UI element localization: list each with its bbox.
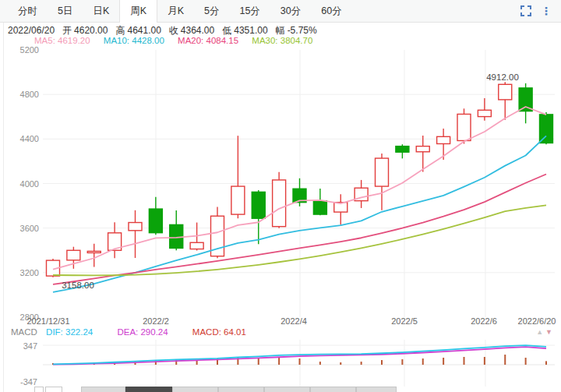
- close-value: 4364.00: [181, 25, 214, 36]
- fullscreen-icon[interactable]: [520, 5, 531, 16]
- svg-text:2022/6: 2022/6: [471, 316, 497, 326]
- high-value: 4641.00: [127, 25, 161, 36]
- svg-text:4912.00: 4912.00: [486, 72, 519, 82]
- macd-indicator-title[interactable]: MACD: [11, 327, 37, 337]
- scrollbar-segment[interactable]: [264, 387, 310, 392]
- ma30-value: 3804.70: [280, 36, 313, 45]
- tab-15min[interactable]: 15分: [229, 0, 270, 22]
- ma10-label: MA10:: [104, 36, 129, 45]
- svg-text:4000: 4000: [20, 179, 39, 189]
- scrollbar-segment[interactable]: [172, 387, 218, 392]
- tab-timeline[interactable]: 分时: [8, 0, 48, 22]
- tab-60min[interactable]: 60分: [311, 0, 351, 22]
- scrollbar-segment[interactable]: [34, 387, 44, 392]
- change-label: 幅: [276, 25, 285, 36]
- tab-monthly-k[interactable]: 月K: [157, 0, 194, 22]
- low-label: 低: [222, 25, 231, 36]
- ma10-value: 4428.00: [132, 36, 164, 45]
- period-tab-bar: 分时 5日 日K 周K 月K 5分 15分 30分 60分 ⋮: [0, 0, 561, 23]
- svg-text:3158.00: 3158.00: [62, 281, 94, 290]
- chart-app-window: 分时 5日 日K 周K 月K 5分 15分 30分 60分 ⋮ 2022/06/…: [0, 0, 561, 392]
- scrollbar-segment[interactable]: [310, 387, 356, 392]
- dif-label: DIF:: [46, 327, 63, 337]
- macd-chart[interactable]: 347-347: [0, 340, 561, 388]
- tab-30min[interactable]: 30分: [270, 0, 311, 22]
- svg-text:5200: 5200: [20, 45, 39, 55]
- svg-text:2022/2: 2022/2: [143, 316, 169, 326]
- svg-text:3600: 3600: [20, 224, 39, 233]
- scrollbar-segment[interactable]: [356, 387, 397, 392]
- ma5-label: MA5:: [34, 36, 55, 45]
- open-value: 4620.00: [74, 25, 108, 36]
- svg-text:4400: 4400: [20, 134, 39, 143]
- indicator-up-arrow-icon[interactable]: ▲: [536, 328, 545, 336]
- change-value: -5.75%: [288, 25, 317, 36]
- ma5-value: 4619.20: [58, 36, 90, 45]
- bottom-scrollbar: [0, 387, 561, 392]
- indicator-down-arrow-icon[interactable]: ▼: [545, 328, 555, 336]
- macd-value: 64.01: [224, 327, 246, 337]
- low-value: 4351.00: [234, 25, 267, 36]
- scrollbar-segment[interactable]: [45, 387, 62, 392]
- tab-5min[interactable]: 5分: [194, 0, 229, 22]
- ma20-label: MA20:: [178, 36, 203, 45]
- ma20-value: 4084.15: [206, 36, 239, 45]
- tab-daily-k[interactable]: 日K: [83, 0, 119, 22]
- scrollbar-segment[interactable]: [218, 387, 264, 392]
- svg-text:-347: -347: [20, 377, 37, 387]
- svg-text:3200: 3200: [20, 268, 39, 277]
- svg-text:2021/12/31: 2021/12/31: [26, 316, 69, 326]
- candlestick-chart[interactable]: 52004800440040003600320028004912.003158.…: [0, 45, 561, 327]
- svg-text:2022/5: 2022/5: [391, 316, 418, 326]
- dea-label: DEA:: [117, 327, 138, 337]
- dif-value: 322.24: [65, 327, 93, 337]
- close-label: 收: [169, 25, 178, 36]
- svg-text:347: 347: [23, 341, 37, 351]
- macd-label: MACD:: [192, 327, 221, 337]
- ma30-label: MA30:: [252, 36, 277, 45]
- svg-text:2022/6/20: 2022/6/20: [518, 316, 556, 326]
- tab-5day[interactable]: 5日: [48, 0, 83, 22]
- svg-text:2022/4: 2022/4: [280, 316, 307, 326]
- current-date: 2022/06/20: [8, 25, 55, 36]
- high-label: 高: [115, 25, 125, 36]
- ma-values-row: MA5: 4619.20 MA10: 4428.00 MA20: 4084.15…: [34, 36, 323, 45]
- more-options-icon[interactable]: ⋮: [541, 5, 552, 16]
- tab-weekly-k[interactable]: 周K: [119, 0, 157, 23]
- scrollbar-segment[interactable]: [125, 387, 172, 392]
- dea-value: 290.24: [140, 327, 168, 337]
- macd-header-row: MACD DIF: 322.24 DEA: 290.24 MACD: 64.01…: [11, 327, 561, 337]
- scrollbar-segment[interactable]: [81, 387, 125, 392]
- svg-text:4800: 4800: [20, 90, 39, 99]
- open-label: 开: [62, 25, 72, 36]
